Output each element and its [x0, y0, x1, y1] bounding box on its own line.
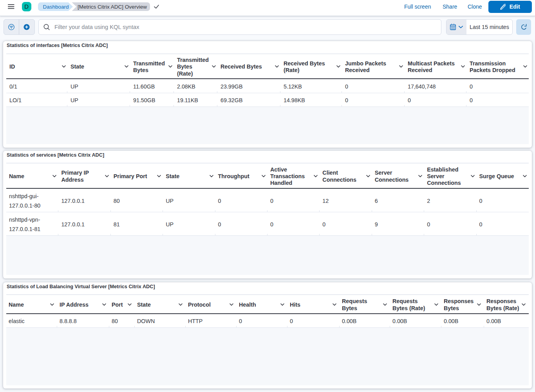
svg-text:Dashboard: Dashboard: [43, 4, 69, 9]
svg-text:[Metrics Citrix ADC] Overview: [Metrics Citrix ADC] Overview: [78, 4, 147, 9]
